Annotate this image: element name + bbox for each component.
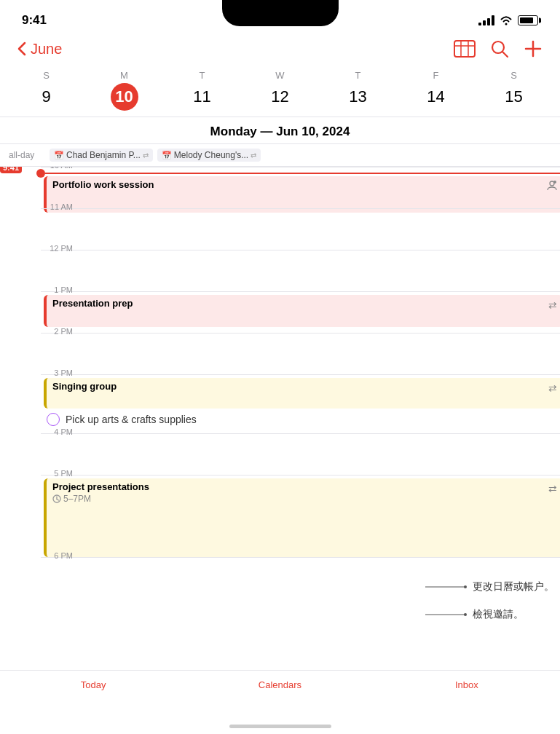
back-button[interactable]: June bbox=[17, 41, 62, 58]
nav-title: June bbox=[31, 41, 62, 58]
allday-events: 📅 Chad Benjamin P... ⇄ 📅 Melody Cheung's… bbox=[50, 149, 261, 162]
allday-row: all-day 📅 Chad Benjamin P... ⇄ 📅 Melody … bbox=[0, 144, 560, 167]
tab-inbox[interactable]: Inbox bbox=[434, 679, 500, 690]
notch bbox=[222, 0, 339, 26]
phone-frame: 9:41 bbox=[0, 0, 560, 734]
svg-line-5 bbox=[502, 52, 508, 57]
time-row-5pm: 5 PM Project presentations 5–7PM bbox=[41, 475, 560, 557]
current-time-dot bbox=[36, 169, 45, 178]
time-content-3pm: Singing group ⇄ Pick up arts & crafts su… bbox=[41, 375, 560, 433]
sync-icon-prep: ⇄ bbox=[548, 299, 557, 311]
time-row-2pm: 2 PM bbox=[41, 333, 560, 374]
day-letter: W bbox=[275, 70, 284, 81]
day-num: 13 bbox=[344, 83, 372, 111]
nav-icons bbox=[454, 39, 543, 58]
wifi-icon bbox=[500, 15, 513, 25]
current-time-bar bbox=[45, 173, 560, 174]
calendar-view-icon[interactable] bbox=[454, 40, 476, 58]
event-subtitle-project: 5–7PM bbox=[63, 494, 91, 504]
tab-calendars[interactable]: Calendars bbox=[247, 679, 312, 690]
task-title: Pick up arts & crafts supplies bbox=[66, 414, 197, 425]
event-title-prep: Presentation prep bbox=[52, 298, 133, 309]
svg-rect-0 bbox=[454, 41, 475, 57]
allday-event-title: Chad Benjamin P... bbox=[66, 150, 141, 160]
time-content-10am: 9:41 Portfolio work session bbox=[41, 167, 560, 208]
tab-today-label: Today bbox=[81, 679, 106, 690]
event-title-project: Project presentations bbox=[52, 481, 149, 492]
refresh-icon: ⇄ bbox=[143, 151, 149, 159]
calendar-icon-small: 📅 bbox=[162, 151, 172, 160]
day-num: 12 bbox=[267, 83, 294, 111]
tab-calendars-label: Calendars bbox=[259, 679, 301, 690]
time-content-5pm: Project presentations 5–7PM ⇄ bbox=[41, 475, 560, 557]
allday-label: all-day bbox=[9, 150, 44, 160]
allday-event-melody[interactable]: 📅 Melody Cheung's... ⇄ bbox=[157, 149, 261, 162]
signal-icon bbox=[478, 15, 494, 25]
calendar-body[interactable]: 10 AM 9:41 Portfolio work session bbox=[0, 167, 560, 589]
attendee-icon bbox=[547, 181, 557, 193]
event-title-portfolio: Portfolio work session bbox=[52, 179, 154, 190]
day-num-today: 10 bbox=[111, 83, 138, 111]
day-col-thu[interactable]: T 13 bbox=[339, 70, 377, 111]
home-indicator bbox=[229, 725, 331, 728]
callout-text-inbox: 檢視邀請。 bbox=[473, 608, 524, 621]
callout-area: 更改日曆或帳户。 檢視邀請。 bbox=[473, 580, 554, 621]
time-content-1pm: Presentation prep ⇄ bbox=[41, 292, 560, 333]
day-num: 15 bbox=[500, 83, 528, 111]
nav-bar: June bbox=[0, 36, 560, 67]
callout-text-calendars: 更改日曆或帳户。 bbox=[473, 580, 554, 593]
add-icon[interactable] bbox=[524, 39, 543, 58]
day-letter: F bbox=[433, 70, 439, 81]
time-row-3pm: 3 PM Singing group ⇄ Pick up arts & craf… bbox=[41, 374, 560, 433]
time-grid: 10 AM 9:41 Portfolio work session bbox=[0, 167, 560, 589]
day-col-tue[interactable]: T 11 bbox=[184, 70, 221, 111]
battery-icon bbox=[518, 15, 538, 25]
task-item-arts[interactable]: Pick up arts & crafts supplies bbox=[41, 409, 560, 430]
calendar-icon-small: 📅 bbox=[54, 151, 64, 160]
clock-icon bbox=[52, 494, 61, 503]
day-col-fri[interactable]: F 14 bbox=[417, 70, 455, 111]
day-num: 14 bbox=[422, 83, 450, 111]
status-time: 9:41 bbox=[22, 13, 47, 28]
day-letter: M bbox=[120, 70, 128, 81]
day-letter: S bbox=[43, 70, 50, 81]
day-col-sun[interactable]: S 9 bbox=[28, 70, 66, 111]
day-letter: T bbox=[355, 70, 361, 81]
day-letter: T bbox=[200, 70, 205, 81]
refresh-icon: ⇄ bbox=[251, 151, 256, 159]
day-col-sat[interactable]: S 15 bbox=[495, 70, 533, 111]
status-icons bbox=[478, 15, 538, 25]
time-row-4pm: 4 PM bbox=[41, 433, 560, 475]
svg-point-16 bbox=[464, 613, 467, 616]
event-singing-group[interactable]: Singing group ⇄ bbox=[44, 378, 560, 409]
current-time-badge: 9:41 bbox=[0, 167, 22, 173]
svg-line-12 bbox=[57, 500, 59, 501]
time-content-4pm bbox=[41, 434, 560, 475]
time-content-12pm bbox=[41, 250, 560, 291]
allday-event-chad[interactable]: 📅 Chad Benjamin P... ⇄ bbox=[50, 149, 153, 162]
callout-inbox: 檢視邀請。 bbox=[473, 608, 554, 621]
event-presentation-prep[interactable]: Presentation prep ⇄ bbox=[44, 295, 560, 327]
time-row-11am: 11 AM bbox=[41, 208, 560, 250]
day-letter: S bbox=[510, 70, 517, 81]
callout-calendars: 更改日曆或帳户。 bbox=[473, 580, 554, 593]
event-title-singing: Singing group bbox=[52, 381, 117, 392]
event-portfolio[interactable]: Portfolio work session bbox=[44, 176, 560, 213]
day-num: 9 bbox=[33, 83, 60, 111]
sync-icon-singing: ⇄ bbox=[548, 382, 557, 394]
time-row-10am: 10 AM 9:41 Portfolio work session bbox=[41, 167, 560, 208]
day-col-wed[interactable]: W 12 bbox=[261, 70, 299, 111]
callout-line-inbox bbox=[425, 610, 469, 619]
sync-icon-project: ⇄ bbox=[548, 483, 557, 494]
day-num: 11 bbox=[189, 83, 216, 111]
time-content-11am bbox=[41, 209, 560, 250]
current-time-indicator: 9:41 bbox=[41, 169, 560, 178]
event-project-presentations[interactable]: Project presentations 5–7PM ⇄ bbox=[44, 478, 560, 557]
week-strip: S 9 M 10 T 11 W 12 T 13 F 14 S 15 bbox=[0, 67, 560, 117]
tab-today[interactable]: Today bbox=[60, 679, 126, 690]
tab-inbox-label: Inbox bbox=[455, 679, 478, 690]
svg-point-14 bbox=[464, 585, 467, 588]
day-col-mon[interactable]: M 10 bbox=[106, 70, 143, 111]
search-icon[interactable] bbox=[490, 39, 509, 58]
time-row-1pm: 1 PM Presentation prep ⇄ bbox=[41, 291, 560, 333]
